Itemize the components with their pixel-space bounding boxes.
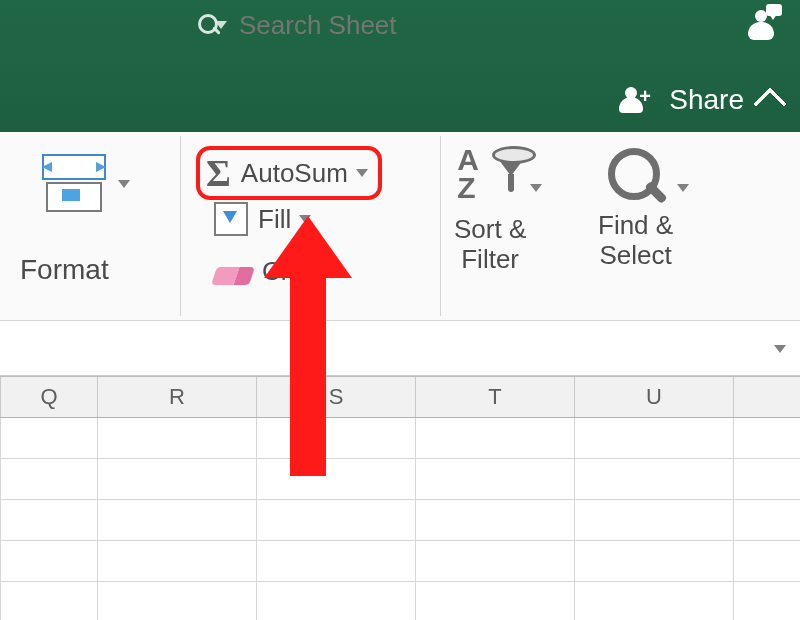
spreadsheet-grid[interactable] [0, 418, 800, 620]
cell[interactable] [575, 541, 734, 581]
cell[interactable] [0, 459, 98, 499]
chevron-down-icon[interactable] [356, 169, 368, 177]
search-sheet[interactable] [194, 6, 566, 44]
fill-label: Fill [258, 204, 291, 235]
cell[interactable] [416, 541, 575, 581]
cell[interactable] [416, 500, 575, 540]
format-icon [36, 154, 108, 210]
column-headers: QRSTU [0, 376, 800, 418]
magnify-icon [604, 146, 668, 210]
sort-filter-label: Sort & Filter [454, 214, 526, 274]
ribbon: Format Σ AutoSum Fill Clear AZ [0, 132, 800, 321]
cell[interactable] [257, 418, 416, 458]
column-header-q[interactable]: Q [0, 377, 98, 417]
table-row [0, 582, 800, 620]
column-header-u[interactable]: U [575, 377, 734, 417]
comments-icon[interactable] [742, 4, 782, 44]
chevron-down-icon[interactable] [332, 268, 344, 276]
cell[interactable] [0, 418, 98, 458]
app-window: + Share Format Σ AutoSum Fill [0, 0, 800, 620]
cell[interactable] [257, 500, 416, 540]
table-row [0, 541, 800, 582]
cell[interactable] [257, 541, 416, 581]
cell[interactable] [0, 541, 98, 581]
cell[interactable] [575, 500, 734, 540]
search-icon [194, 11, 213, 39]
chevron-up-icon[interactable] [753, 87, 787, 121]
find-select-label: Find & Select [598, 210, 673, 270]
cell[interactable] [0, 500, 98, 540]
clear-label: Clear [262, 256, 324, 287]
cell[interactable] [98, 418, 257, 458]
autosum-label: AutoSum [241, 158, 348, 189]
cell[interactable] [416, 459, 575, 499]
sigma-icon: Σ [206, 154, 231, 192]
table-row [0, 459, 800, 500]
cell[interactable] [98, 582, 257, 620]
cell[interactable] [0, 582, 98, 620]
share-label: Share [669, 84, 744, 116]
cell[interactable] [257, 459, 416, 499]
title-bar: + Share [0, 0, 800, 132]
cell[interactable] [416, 418, 575, 458]
column-header-s[interactable]: S [257, 377, 416, 417]
autosum-button[interactable]: Σ AutoSum [196, 146, 382, 200]
search-input[interactable] [237, 9, 566, 42]
clear-button[interactable]: Clear [214, 256, 344, 287]
chevron-down-icon[interactable] [530, 184, 542, 192]
sort-filter-icon: AZ [455, 146, 525, 214]
chevron-down-icon[interactable] [118, 180, 130, 188]
fill-down-icon [214, 202, 248, 236]
column-header-r[interactable]: R [98, 377, 257, 417]
column-header-t[interactable]: T [416, 377, 575, 417]
cell[interactable] [416, 582, 575, 620]
formula-bar[interactable] [0, 321, 800, 376]
cell[interactable] [257, 582, 416, 620]
format-button[interactable]: Format [20, 254, 109, 286]
expand-formula-bar-icon[interactable] [774, 345, 786, 353]
share-button[interactable]: + Share [615, 84, 782, 116]
eraser-icon [214, 259, 252, 285]
fill-button[interactable]: Fill [214, 202, 311, 236]
cell[interactable] [575, 418, 734, 458]
cell[interactable] [575, 582, 734, 620]
find-select-button[interactable]: Find & Select [598, 146, 673, 270]
cell[interactable] [575, 459, 734, 499]
cell[interactable] [98, 500, 257, 540]
table-row [0, 418, 800, 459]
chevron-down-icon[interactable] [677, 184, 689, 192]
share-icon: + [615, 85, 655, 115]
cell[interactable] [98, 541, 257, 581]
sort-filter-button[interactable]: AZ Sort & Filter [454, 146, 526, 274]
table-row [0, 500, 800, 541]
cell[interactable] [98, 459, 257, 499]
chevron-down-icon[interactable] [299, 215, 311, 223]
